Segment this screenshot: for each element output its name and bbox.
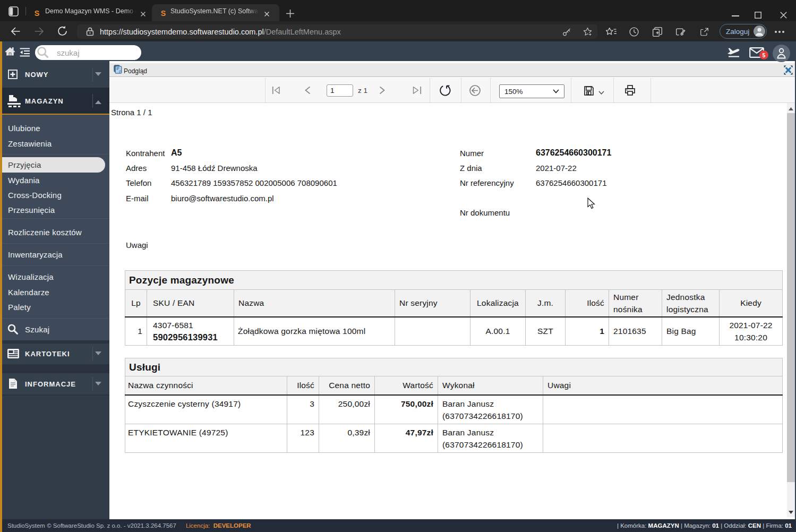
svg-text:S: S <box>35 10 40 18</box>
svg-text:S: S <box>161 10 166 18</box>
